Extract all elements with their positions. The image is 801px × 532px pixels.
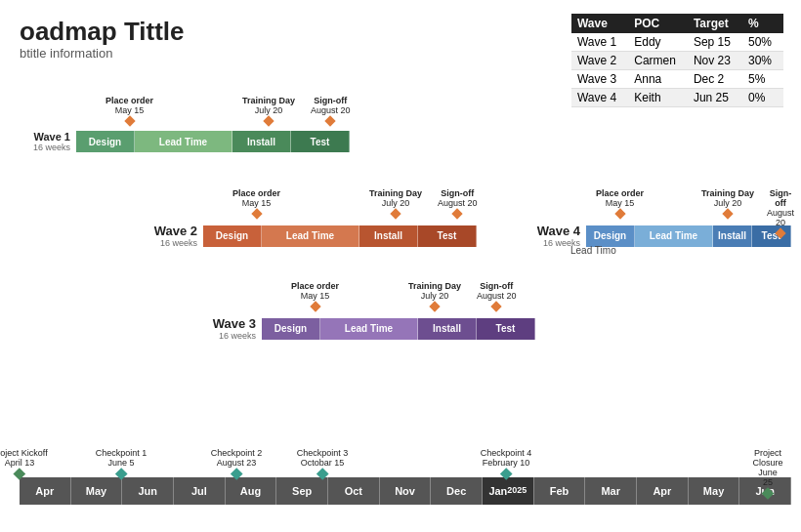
w4-training: Training Day July 20 [701,188,754,218]
milestone-cp1: Checkpoint 1 June 5 [96,448,148,478]
milestone-kickoff: Project Kickoff April 13 [0,448,48,478]
w4-leadtime: Lead Time [635,225,713,247]
wave1-area: Place order May 15 Training Day July 20 … [20,96,791,152]
w1-test: Test [291,131,350,152]
w1-signoff: Sign-off August 20 [311,96,351,125]
month-cell: Jul [174,477,226,505]
w3-design: Design [262,318,320,340]
w4-placeorder: Place order May 15 [596,188,644,218]
w3-test: Test [477,318,535,340]
w4-design: Design [586,225,635,247]
month-cell: Apr [20,477,71,505]
wave4-bar-row: Wave 4 16 weeks Design Lead Time Install… [508,224,791,248]
month-cell: Jun [122,477,174,505]
month-cell: Apr [637,477,689,505]
w2-install: Install [359,225,418,247]
w1-leadtime: Lead Time [135,131,232,152]
wave4-area: Place order May 15 Training Day July 20 … [508,188,791,248]
wave3-milestones: Place order May 15 Training Day July 20 … [262,281,791,316]
lead-timo-label: Lead Timo [570,245,616,256]
w2-signoff: Sign-off August 20 [438,188,478,218]
w2-test: Test [418,225,477,247]
w2-training: Training Day July 20 [369,188,422,218]
gantt-area: AprMayJunJulAugSepOctNovDecJan2025FebMar… [0,86,801,532]
wave3-bar-row: Wave 3 16 weeks Design Lead Time Install… [20,316,791,341]
wave4-milestones: Place order May 15 Training Day July 20 … [586,188,791,224]
w1-install: Install [232,131,291,152]
w1-training: Training Day July 20 [242,96,295,125]
w2-leadtime: Lead Time [262,225,359,247]
milestone-cp3: Checkpoint 3 Octobar 15 [297,448,349,478]
w4-install: Install [713,225,752,247]
col-pct: % [742,14,783,33]
month-cell: Dec [431,477,483,505]
wave1-milestones: Place order May 15 Training Day July 20 … [76,96,791,131]
w2-placeorder: Place order May 15 [232,188,280,218]
col-target: Target [688,14,742,33]
wave1-bar-row: Wave 1 16 weeks Design Lead Time Install… [20,131,791,152]
table-row: Wave 2CarmenNov 2330% [571,52,783,70]
milestone-cp4: Checkpoint 4 February 10 [481,448,532,478]
w3-leadtime: Lead Time [320,318,418,340]
month-cell: May [71,477,123,505]
wave3-area: Place order May 15 Training Day July 20 … [20,281,791,341]
w3-install: Install [418,318,477,340]
bottom-milestones: Project Kickoff April 13 Checkpoint 1 Ju… [20,448,791,477]
w2-design: Design [203,225,262,247]
w3-placeorder: Place order May 15 [291,281,339,310]
month-cell: Jan2025 [483,477,534,505]
wave2-label-area: Wave 2 16 weeks [20,224,203,248]
w3-signoff: Sign-off August 20 [477,281,517,310]
milestone-closure: Project Closure June 25 [752,448,782,498]
page: oadmap Tittle btitle information Wave PO… [0,0,801,532]
month-axis: AprMayJunJulAugSepOctNovDecJan2025FebMar… [20,477,791,505]
wave1-label-area: Wave 1 16 weeks [20,131,76,152]
w1-placeorder: Place order May 15 [105,96,153,125]
w3-training: Training Day July 20 [408,281,461,310]
table-row: Wave 1EddySep 1550% [571,33,783,52]
month-cell: Oct [328,477,380,505]
wave1-bar: Design Lead Time Install Test [76,131,350,152]
wave3-label-area: Wave 3 16 weeks [20,316,262,341]
wave4-bar: Design Lead Time Install Test [586,225,791,247]
wave3-bar: Design Lead Time Install Test [262,318,535,340]
wave2-bar: Design Lead Time Install Test [203,225,477,247]
month-cell: May [689,477,740,505]
w4-signoff: Sign-off August 20 [767,188,794,237]
month-cell: Nov [380,477,432,505]
month-cell: Mar [585,477,637,505]
milestone-cp2: Checkpoint 2 August 23 [211,448,263,478]
col-poc: POC [628,14,688,33]
w1-design: Design [76,131,135,152]
month-cell: Aug [226,477,277,505]
col-wave: Wave [571,14,628,33]
month-cell: Feb [534,477,586,505]
month-cell: Sep [276,477,328,505]
